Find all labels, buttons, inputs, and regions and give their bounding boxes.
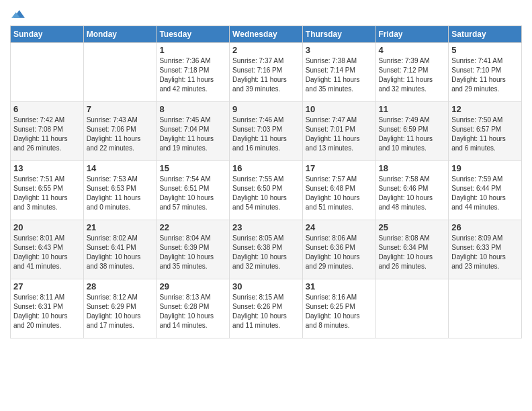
day-number: 20 — [13, 222, 81, 232]
day-info: Sunrise: 7:39 AMSunset: 7:12 PMDaylight:… — [379, 56, 446, 94]
day-info: Sunrise: 8:12 AMSunset: 6:29 PMDaylight:… — [87, 293, 154, 330]
day-info: Sunrise: 8:11 AMSunset: 6:31 PMDaylight:… — [13, 293, 81, 330]
day-number: 14 — [87, 163, 154, 173]
day-number: 9 — [232, 104, 300, 114]
day-number: 5 — [451, 45, 519, 55]
day-info: Sunrise: 8:15 AMSunset: 6:26 PMDaylight:… — [232, 293, 300, 330]
day-info: Sunrise: 7:36 AMSunset: 7:18 PMDaylight:… — [159, 56, 226, 94]
day-info: Sunrise: 7:45 AMSunset: 7:04 PMDaylight:… — [159, 116, 226, 153]
day-number: 16 — [232, 163, 300, 173]
day-number: 22 — [159, 222, 226, 232]
page-container: SundayMondayTuesdayWednesdayThursdayFrid… — [0, 0, 532, 345]
calendar-cell — [11, 43, 84, 102]
calendar-cell: 30Sunrise: 8:15 AMSunset: 6:26 PMDayligh… — [230, 279, 303, 338]
day-info: Sunrise: 8:13 AMSunset: 6:28 PMDaylight:… — [159, 293, 226, 330]
day-number: 23 — [232, 222, 300, 232]
calendar-cell — [375, 279, 449, 338]
calendar-cell: 21Sunrise: 8:02 AMSunset: 6:41 PMDayligh… — [83, 220, 157, 279]
day-number: 24 — [306, 222, 373, 232]
calendar-header-wednesday: Wednesday — [230, 26, 303, 43]
calendar-cell: 22Sunrise: 8:04 AMSunset: 6:39 PMDayligh… — [157, 220, 230, 279]
day-info: Sunrise: 7:54 AMSunset: 6:51 PMDaylight:… — [159, 175, 226, 212]
calendar-cell — [83, 43, 157, 102]
day-number: 7 — [87, 104, 154, 114]
calendar-cell: 18Sunrise: 7:58 AMSunset: 6:46 PMDayligh… — [375, 161, 449, 220]
day-info: Sunrise: 7:49 AMSunset: 6:59 PMDaylight:… — [379, 116, 446, 153]
day-number: 27 — [13, 281, 81, 291]
day-number: 30 — [232, 281, 300, 291]
calendar-cell: 19Sunrise: 7:59 AMSunset: 6:44 PMDayligh… — [449, 161, 522, 220]
day-info: Sunrise: 7:46 AMSunset: 7:03 PMDaylight:… — [232, 116, 300, 153]
calendar-header-row: SundayMondayTuesdayWednesdayThursdayFrid… — [11, 26, 522, 43]
day-info: Sunrise: 8:09 AMSunset: 6:33 PMDaylight:… — [451, 234, 519, 271]
day-info: Sunrise: 8:05 AMSunset: 6:38 PMDaylight:… — [232, 234, 300, 271]
calendar-cell: 26Sunrise: 8:09 AMSunset: 6:33 PMDayligh… — [449, 220, 522, 279]
calendar-week-row: 6Sunrise: 7:42 AMSunset: 7:08 PMDaylight… — [11, 102, 522, 161]
day-info: Sunrise: 8:16 AMSunset: 6:25 PMDaylight:… — [306, 293, 373, 330]
day-number: 8 — [159, 104, 226, 114]
header — [10, 7, 522, 20]
day-info: Sunrise: 8:02 AMSunset: 6:41 PMDaylight:… — [87, 234, 154, 271]
day-info: Sunrise: 7:41 AMSunset: 7:10 PMDaylight:… — [451, 56, 519, 94]
day-number: 26 — [451, 222, 519, 232]
calendar-cell: 15Sunrise: 7:54 AMSunset: 6:51 PMDayligh… — [157, 161, 230, 220]
calendar-cell: 7Sunrise: 7:43 AMSunset: 7:06 PMDaylight… — [83, 102, 157, 161]
calendar-cell: 1Sunrise: 7:36 AMSunset: 7:18 PMDaylight… — [157, 43, 230, 102]
calendar-cell: 10Sunrise: 7:47 AMSunset: 7:01 PMDayligh… — [302, 102, 375, 161]
calendar-cell: 29Sunrise: 8:13 AMSunset: 6:28 PMDayligh… — [157, 279, 230, 338]
day-number: 11 — [379, 104, 446, 114]
day-number: 19 — [451, 163, 519, 173]
calendar-week-row: 27Sunrise: 8:11 AMSunset: 6:31 PMDayligh… — [11, 279, 522, 338]
calendar-cell: 9Sunrise: 7:46 AMSunset: 7:03 PMDaylight… — [230, 102, 303, 161]
day-info: Sunrise: 8:08 AMSunset: 6:34 PMDaylight:… — [379, 234, 446, 271]
calendar-table: SundayMondayTuesdayWednesdayThursdayFrid… — [10, 26, 522, 338]
calendar-cell: 12Sunrise: 7:50 AMSunset: 6:57 PMDayligh… — [449, 102, 522, 161]
calendar-cell: 16Sunrise: 7:55 AMSunset: 6:50 PMDayligh… — [230, 161, 303, 220]
calendar-header-thursday: Thursday — [302, 26, 375, 43]
calendar-cell: 25Sunrise: 8:08 AMSunset: 6:34 PMDayligh… — [375, 220, 449, 279]
calendar-cell: 5Sunrise: 7:41 AMSunset: 7:10 PMDaylight… — [449, 43, 522, 102]
day-info: Sunrise: 8:06 AMSunset: 6:36 PMDaylight:… — [306, 234, 373, 271]
calendar-cell: 20Sunrise: 8:01 AMSunset: 6:43 PMDayligh… — [11, 220, 84, 279]
day-number: 1 — [159, 45, 226, 55]
calendar-cell: 27Sunrise: 8:11 AMSunset: 6:31 PMDayligh… — [11, 279, 84, 338]
day-number: 28 — [87, 281, 154, 291]
day-info: Sunrise: 7:58 AMSunset: 6:46 PMDaylight:… — [379, 175, 446, 212]
calendar-week-row: 13Sunrise: 7:51 AMSunset: 6:55 PMDayligh… — [11, 161, 522, 220]
calendar-cell — [449, 279, 522, 338]
day-number: 15 — [159, 163, 226, 173]
calendar-header-saturday: Saturday — [449, 26, 522, 43]
calendar-cell: 28Sunrise: 8:12 AMSunset: 6:29 PMDayligh… — [83, 279, 157, 338]
calendar-cell: 4Sunrise: 7:39 AMSunset: 7:12 PMDaylight… — [375, 43, 449, 102]
calendar-cell: 8Sunrise: 7:45 AMSunset: 7:04 PMDaylight… — [157, 102, 230, 161]
calendar-cell: 14Sunrise: 7:53 AMSunset: 6:53 PMDayligh… — [83, 161, 157, 220]
day-number: 13 — [13, 163, 81, 173]
day-number: 21 — [87, 222, 154, 232]
calendar-cell: 17Sunrise: 7:57 AMSunset: 6:48 PMDayligh… — [302, 161, 375, 220]
day-info: Sunrise: 7:51 AMSunset: 6:55 PMDaylight:… — [13, 175, 81, 212]
day-info: Sunrise: 7:53 AMSunset: 6:53 PMDaylight:… — [87, 175, 154, 212]
day-info: Sunrise: 7:55 AMSunset: 6:50 PMDaylight:… — [232, 175, 300, 212]
day-number: 12 — [451, 104, 519, 114]
calendar-cell: 6Sunrise: 7:42 AMSunset: 7:08 PMDaylight… — [11, 102, 84, 161]
day-info: Sunrise: 7:50 AMSunset: 6:57 PMDaylight:… — [451, 116, 519, 153]
day-number: 17 — [306, 163, 373, 173]
calendar-header-sunday: Sunday — [11, 26, 84, 43]
day-number: 10 — [306, 104, 373, 114]
calendar-cell: 3Sunrise: 7:38 AMSunset: 7:14 PMDaylight… — [302, 43, 375, 102]
day-info: Sunrise: 7:57 AMSunset: 6:48 PMDaylight:… — [306, 175, 373, 212]
day-info: Sunrise: 7:59 AMSunset: 6:44 PMDaylight:… — [451, 175, 519, 212]
calendar-cell: 31Sunrise: 8:16 AMSunset: 6:25 PMDayligh… — [302, 279, 375, 338]
day-number: 18 — [379, 163, 446, 173]
day-number: 4 — [379, 45, 446, 55]
calendar-cell: 13Sunrise: 7:51 AMSunset: 6:55 PMDayligh… — [11, 161, 84, 220]
calendar-header-friday: Friday — [375, 26, 449, 43]
day-number: 2 — [232, 45, 300, 55]
day-info: Sunrise: 7:38 AMSunset: 7:14 PMDaylight:… — [306, 56, 373, 94]
calendar-cell: 2Sunrise: 7:37 AMSunset: 7:16 PMDaylight… — [230, 43, 303, 102]
day-info: Sunrise: 7:43 AMSunset: 7:06 PMDaylight:… — [87, 116, 154, 153]
day-info: Sunrise: 7:42 AMSunset: 7:08 PMDaylight:… — [13, 116, 81, 153]
calendar-week-row: 20Sunrise: 8:01 AMSunset: 6:43 PMDayligh… — [11, 220, 522, 279]
logo — [10, 7, 25, 20]
logo-icon — [11, 7, 25, 20]
